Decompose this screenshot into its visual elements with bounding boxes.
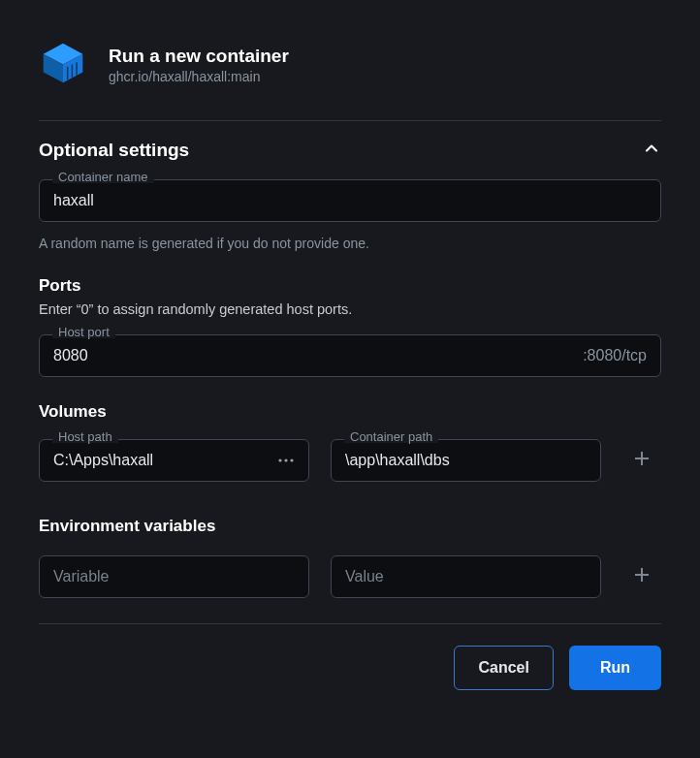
ellipsis-icon (277, 458, 295, 463)
optional-settings-title: Optional settings (39, 140, 189, 161)
svg-point-6 (278, 458, 281, 461)
cancel-button[interactable]: Cancel (454, 646, 553, 690)
divider (39, 120, 661, 121)
volumes-section: Volumes Host path Container path (39, 402, 661, 491)
container-name-helper: A random name is generated if you do not… (39, 236, 661, 251)
host-port-input[interactable] (53, 347, 583, 364)
env-section: Environment variables (39, 517, 661, 598)
svg-point-8 (290, 458, 293, 461)
host-path-label: Host path (52, 430, 118, 443)
footer-divider (39, 623, 661, 624)
ports-helper: Enter “0” to assign randomly generated h… (39, 301, 661, 317)
browse-host-path-button[interactable] (273, 448, 299, 473)
svg-point-7 (284, 458, 287, 461)
ports-section: Ports Enter “0” to assign randomly gener… (39, 276, 661, 377)
host-path-field (39, 439, 309, 482)
volumes-title: Volumes (39, 402, 661, 422)
plus-icon (633, 450, 651, 467)
env-variable-input[interactable] (39, 555, 309, 598)
add-env-button[interactable] (633, 566, 651, 587)
modal-title: Run a new container (109, 46, 289, 67)
host-port-field: :8080/tcp (39, 334, 661, 377)
container-name-label: Container name (52, 171, 154, 183)
host-path-input[interactable] (53, 452, 273, 469)
env-value-input[interactable] (331, 555, 601, 598)
env-title: Environment variables (39, 517, 661, 536)
ports-title: Ports (39, 276, 661, 296)
image-reference: ghcr.io/haxall/haxall:main (109, 69, 289, 84)
container-name-field: Container name (39, 179, 661, 222)
run-button[interactable]: Run (569, 646, 661, 690)
container-name-input[interactable] (39, 179, 661, 222)
container-cube-icon (39, 39, 87, 91)
optional-settings-header[interactable]: Optional settings (39, 139, 661, 162)
modal-header: Run a new container ghcr.io/haxall/haxal… (39, 39, 661, 91)
chevron-up-icon (642, 139, 661, 162)
add-volume-button[interactable] (633, 450, 651, 471)
plus-icon (633, 566, 651, 584)
container-path-input[interactable] (331, 439, 601, 482)
host-port-label: Host port (52, 326, 115, 338)
run-container-modal: Run a new container ghcr.io/haxall/haxal… (0, 0, 700, 719)
port-mapping-suffix: :8080/tcp (583, 347, 647, 364)
container-path-label: Container path (344, 430, 438, 443)
modal-footer: Cancel Run (39, 646, 661, 690)
